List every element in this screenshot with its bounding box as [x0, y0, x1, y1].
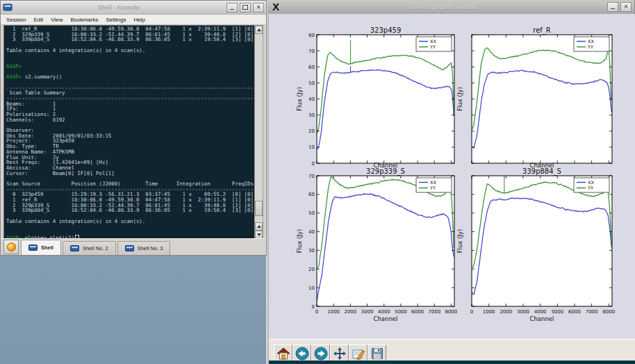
svg-text:0: 0: [315, 309, 318, 315]
menu-settings[interactable]: Settings: [106, 17, 126, 23]
svg-text:Flux (Jy): Flux (Jy): [296, 87, 303, 111]
close-button[interactable]: ✕: [620, 2, 632, 12]
svg-text:0: 0: [312, 304, 315, 310]
home-icon: [277, 347, 290, 361]
tab-label: Shell: [41, 245, 53, 251]
maximize-button[interactable]: [240, 3, 251, 13]
arrow-up-icon: [257, 28, 261, 31]
svg-text:Channel: Channel: [530, 315, 554, 322]
window-title: Shell - Konsole: [13, 4, 224, 11]
figure-area: 01020304050607080ChannelFlux (Jy)323p459…: [269, 14, 635, 339]
svg-text:0: 0: [470, 309, 473, 315]
svg-text:2000: 2000: [500, 309, 512, 315]
svg-text:3000: 3000: [517, 309, 529, 315]
terminal-icon: [28, 245, 38, 251]
menubar: Session Edit View Bookmarks Settings Hel…: [1, 15, 266, 25]
tab-shell[interactable]: Shell: [21, 240, 61, 255]
back-arrow-icon: [295, 347, 309, 361]
svg-text:ref_R: ref_R: [533, 26, 551, 35]
svg-text:80: 80: [308, 33, 315, 38]
plot-canvas: 01020304050607080ChannelFlux (Jy)323p459…: [269, 14, 635, 339]
svg-text:Flux (Jy): Flux (Jy): [456, 87, 463, 111]
session-tabbar: Shell Shell No. 2 Shell No. 3: [1, 238, 266, 255]
new-session-button[interactable]: [3, 240, 19, 254]
svg-text:0: 0: [312, 161, 315, 167]
menu-bookmarks[interactable]: Bookmarks: [70, 17, 98, 23]
svg-text:339p884_S: 339p884_S: [522, 167, 561, 176]
svg-text:2000: 2000: [344, 309, 356, 315]
svg-text:70: 70: [308, 49, 315, 54]
menu-session[interactable]: Session: [6, 17, 26, 23]
tab-shell-no-3[interactable]: Shell No. 3: [117, 241, 171, 255]
maximize-icon: [242, 5, 248, 10]
konsole-window: Shell - Konsole ✕ Session Edit View Book…: [0, 0, 267, 256]
scroll-up-button-2[interactable]: [255, 222, 263, 231]
svg-text:7000: 7000: [428, 309, 440, 315]
svg-text:30: 30: [308, 113, 315, 118]
konsole-app-icon: [3, 3, 13, 12]
svg-text:20: 20: [308, 129, 315, 134]
svg-text:3000: 3000: [361, 309, 374, 315]
edit-pencil-icon: [352, 347, 365, 361]
svg-text:5000: 5000: [551, 309, 563, 315]
new-session-icon: [7, 242, 16, 251]
svg-text:70: 70: [308, 174, 315, 179]
svg-text:Channel: Channel: [374, 315, 398, 322]
svg-text:XX: XX: [588, 180, 594, 185]
svg-text:40: 40: [308, 229, 315, 235]
terminal-icon: [125, 245, 134, 252]
scrollbar[interactable]: [254, 25, 263, 240]
x11-logo-icon: X: [272, 1, 279, 13]
minimize-icon: [230, 9, 234, 10]
pan-move-icon: [333, 347, 347, 361]
svg-text:8000: 8000: [602, 309, 615, 315]
tab-shell-no-2[interactable]: Shell No. 2: [63, 241, 116, 255]
menu-help[interactable]: Help: [133, 17, 145, 23]
terminal-icon: [70, 245, 79, 252]
svg-text:Flux (Jy): Flux (Jy): [296, 229, 303, 254]
svg-text:7000: 7000: [586, 309, 598, 315]
svg-text:Flux (Jy): Flux (Jy): [456, 229, 463, 254]
terminal-output[interactable]: 1 ref_R 18:30:06.0 -49.59.30.0 04:47:58 …: [3, 25, 258, 240]
close-button[interactable]: ✕: [253, 3, 264, 13]
svg-text:1000: 1000: [483, 309, 495, 315]
scroll-up-button[interactable]: [255, 26, 263, 34]
asaplot-titlebar[interactable]: X ASAPlot graphics window ✕: [267, 0, 634, 14]
tab-label: Shell No. 3: [138, 245, 163, 251]
svg-text:60: 60: [308, 192, 315, 197]
svg-text:60: 60: [308, 65, 315, 70]
asaplot-window: X ASAPlot graphics window ✕ 010203040506…: [266, 0, 635, 364]
svg-text:50: 50: [308, 81, 315, 86]
svg-text:329p339_S: 329p339_S: [366, 167, 405, 176]
svg-text:40: 40: [308, 97, 315, 102]
svg-text:5000: 5000: [395, 309, 407, 315]
minimize-button[interactable]: [607, 2, 618, 12]
svg-text:6000: 6000: [411, 309, 424, 315]
svg-text:XX: XX: [430, 39, 436, 44]
arrow-up-icon: [257, 225, 261, 228]
svg-text:50: 50: [308, 210, 315, 216]
scrollbar-thumb[interactable]: [255, 201, 263, 216]
svg-text:YY: YY: [587, 44, 593, 50]
svg-text:6000: 6000: [568, 309, 581, 315]
svg-text:XX: XX: [588, 39, 594, 44]
svg-text:1000: 1000: [327, 309, 340, 315]
forward-arrow-icon: [314, 347, 328, 361]
minimize-icon: [611, 8, 615, 9]
svg-text:8000: 8000: [445, 309, 457, 315]
svg-text:30: 30: [308, 248, 315, 254]
window-title: ASAPlot graphics window: [279, 3, 605, 10]
arrow-down-icon: [257, 233, 261, 236]
svg-text:YY: YY: [429, 44, 436, 50]
menu-view[interactable]: View: [51, 17, 63, 23]
menu-edit[interactable]: Edit: [33, 17, 43, 23]
svg-text:4000: 4000: [378, 309, 390, 315]
svg-text:XX: XX: [430, 180, 436, 185]
svg-text:YY: YY: [429, 185, 436, 191]
window-bottom-edge: [269, 361, 635, 364]
konsole-titlebar[interactable]: Shell - Konsole ✕: [1, 1, 266, 15]
save-floppy-icon: [370, 347, 384, 361]
svg-text:20: 20: [308, 267, 315, 272]
svg-text:YY: YY: [587, 185, 593, 191]
minimize-button[interactable]: [226, 3, 238, 13]
